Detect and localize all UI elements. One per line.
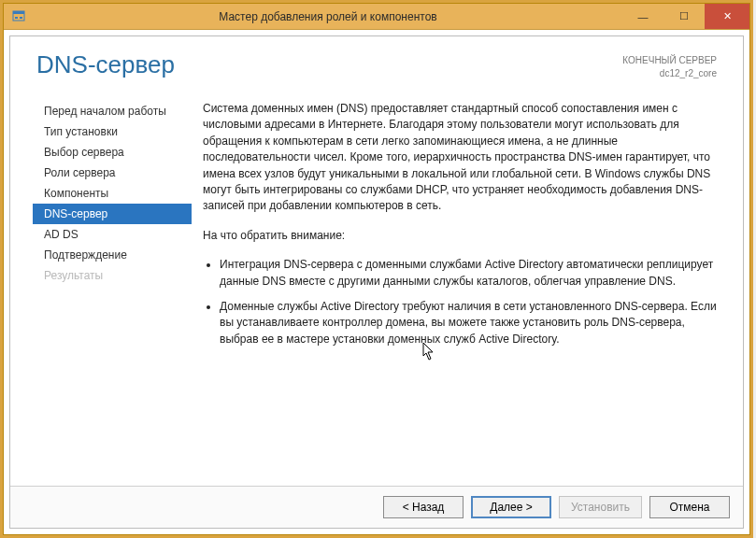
- wizard-header: DNS-сервер КОНЕЧНЫЙ СЕРВЕР dc12_r2_core: [10, 36, 743, 90]
- install-button: Установить: [559, 496, 642, 518]
- back-button[interactable]: < Назад: [383, 496, 464, 518]
- notes-item: Интеграция DNS-сервера с доменными служб…: [220, 257, 717, 290]
- titlebar: Мастер добавления ролей и компонентов — …: [4, 4, 749, 30]
- next-button[interactable]: Далее >: [471, 496, 551, 518]
- sidebar-item-installation-type[interactable]: Тип установки: [33, 121, 192, 142]
- app-icon: [9, 7, 28, 26]
- wizard-window: Мастер добавления ролей и компонентов — …: [3, 3, 750, 535]
- sidebar-item-before-you-begin[interactable]: Перед началом работы: [33, 101, 192, 121]
- destination-server-label: КОНЕЧНЫЙ СЕРВЕР: [622, 54, 717, 67]
- sidebar-item-features[interactable]: Компоненты: [33, 183, 192, 204]
- sidebar-item-confirmation[interactable]: Подтверждение: [33, 245, 192, 265]
- window-title: Мастер добавления ролей и компонентов: [34, 10, 622, 23]
- close-button[interactable]: ✕: [705, 4, 749, 29]
- cancel-button[interactable]: Отмена: [649, 496, 730, 518]
- sidebar-item-results: Результаты: [33, 265, 192, 286]
- notes-item: Доменные службы Active Directory требуют…: [220, 299, 717, 347]
- destination-server-name: dc12_r2_core: [622, 67, 717, 80]
- description-paragraph: Система доменных имен (DNS) предоставляе…: [203, 101, 717, 215]
- wizard-sidebar: Перед началом работы Тип установки Выбор…: [33, 90, 192, 478]
- wizard-body: Перед началом работы Тип установки Выбор…: [10, 90, 743, 486]
- page-title: DNS-сервер: [36, 51, 175, 78]
- minimize-button[interactable]: —: [622, 4, 663, 29]
- sidebar-item-dns-server[interactable]: DNS-сервер: [33, 204, 192, 224]
- notes-list: Интеграция DNS-сервера с доменными служб…: [203, 257, 717, 347]
- wizard-inner: DNS-сервер КОНЕЧНЫЙ СЕРВЕР dc12_r2_core …: [9, 35, 744, 529]
- wizard-content: Система доменных имен (DNS) предоставляе…: [192, 90, 717, 478]
- sidebar-item-server-selection[interactable]: Выбор сервера: [33, 142, 192, 163]
- svg-rect-3: [20, 17, 22, 19]
- destination-server-info: КОНЕЧНЫЙ СЕРВЕР dc12_r2_core: [622, 51, 717, 80]
- sidebar-item-server-roles[interactable]: Роли сервера: [33, 163, 192, 183]
- sidebar-item-ad-ds[interactable]: AD DS: [33, 224, 192, 245]
- window-controls: — ☐ ✕: [622, 4, 749, 29]
- maximize-button[interactable]: ☐: [663, 4, 705, 29]
- notes-title: На что обратить внимание:: [203, 228, 717, 244]
- svg-rect-1: [13, 11, 24, 14]
- wizard-footer: < Назад Далее > Установить Отмена: [10, 486, 743, 528]
- svg-rect-2: [15, 17, 18, 19]
